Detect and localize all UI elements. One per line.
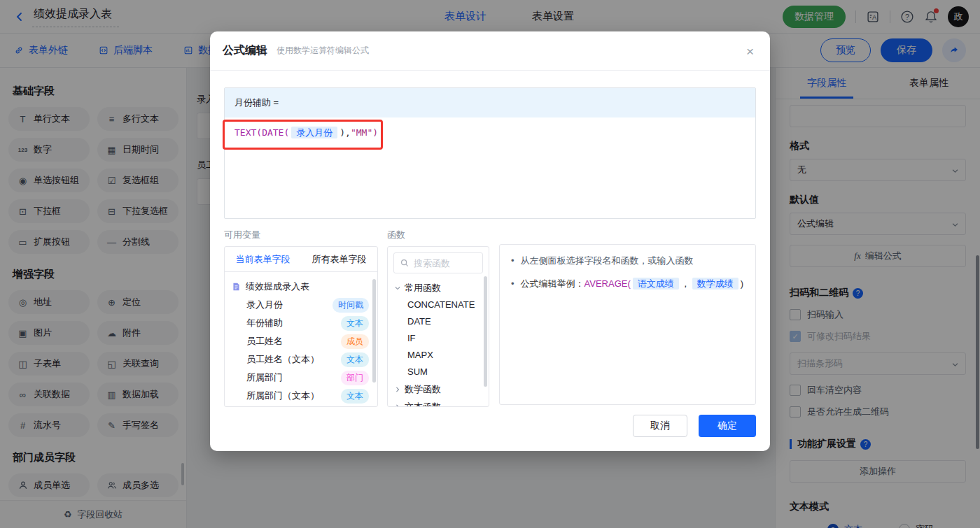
variable-root-row[interactable]: 绩效提成录入表 [225,278,377,296]
field-chip[interactable]: 数学成绩 [692,278,738,290]
field-chip[interactable]: 录入月份 [291,127,337,138]
variables-label: 可用变量 [224,229,378,241]
formula-token: "MM") [351,127,378,138]
variable-name: 年份辅助 [246,317,283,329]
formula-token: ), [340,127,351,138]
variable-name: 录入月份 [246,299,283,311]
function-group-label: 文本函数 [405,401,441,408]
variable-type-badge: 文本 [341,316,369,331]
help-panel: • 从左侧面板选择字段名和函数，或输入函数 • 公式编辑举例：AVERAGE(语… [499,244,756,405]
function-item[interactable]: MAPX [388,347,489,364]
variable-row[interactable]: 年份辅助文本 [225,314,377,332]
chevron-right-icon [394,386,401,393]
function-group[interactable]: 数学函数 [388,380,489,398]
formula-box: 月份辅助 = TEXT(DATE(录入月份),"MM") [224,87,756,219]
variable-name: 员工姓名 [246,335,283,348]
variable-row[interactable]: 所属部门（文本）文本 [225,387,377,405]
cancel-button[interactable]: 取消 [633,415,687,437]
variable-type-badge: 成员 [341,334,369,349]
variable-type-badge: 文本 [341,352,369,367]
variable-root-label: 绩效提成录入表 [246,280,309,293]
help-spacer [499,229,756,239]
formula-token: ) [741,278,743,289]
modal-subtitle: 使用数学运算符编辑公式 [276,45,369,57]
search-icon [400,258,410,268]
function-group[interactable]: 常用函数 [388,279,489,297]
variables-tab-current[interactable]: 当前表单字段 [225,247,301,271]
help-line-2: • 公式编辑举例：AVERAGE(语文成绩，数学成绩) [511,277,744,291]
close-icon[interactable]: × [746,45,754,58]
variable-type-badge: 文本 [341,389,369,404]
variable-row[interactable]: 员工姓名成员 [225,332,377,350]
function-search [393,252,483,273]
function-search-input[interactable] [414,258,477,269]
confirm-button[interactable]: 确定 [699,415,756,437]
functions-panel: 常用函数CONCATENATEDATEIFMAPXSUM数学函数文本函数 [387,246,489,407]
bullet: • [511,277,514,291]
variable-name: 所属部门 [246,371,283,384]
function-item[interactable]: CONCATENATE [388,297,489,313]
bullet: • [511,254,514,268]
chevron-right-icon [394,404,401,408]
field-chip[interactable]: 语文成绩 [633,278,679,290]
variables-panel: 当前表单字段所有表单字段 绩效提成录入表录入月份时间戳年份辅助文本员工姓名成员员… [224,246,378,407]
variable-type-badge: 部门 [341,371,369,385]
formula-editor-area[interactable]: TEXT(DATE(录入月份),"MM") [225,117,755,218]
function-item[interactable]: IF [388,330,489,347]
variables-tab-all[interactable]: 所有表单字段 [301,247,377,271]
function-item[interactable]: SUM [388,364,489,380]
formula-editor-modal: 公式编辑 使用数学运算符编辑公式 × 月份辅助 = TEXT(DATE(录入月份… [210,31,770,451]
variable-row[interactable]: 录入月份时间戳 [225,296,377,314]
functions-scrollbar[interactable] [484,276,487,387]
function-group[interactable]: 文本函数 [388,398,489,407]
variable-row[interactable]: 员工姓名（文本）文本 [225,350,377,369]
page-scrollbar[interactable] [976,255,979,449]
variable-row[interactable]: 所属部门部门 [225,369,377,387]
variables-scrollbar[interactable] [372,279,376,383]
formula-target: 月份辅助 = [225,88,755,117]
formula-token: TEXT(DATE( [234,127,289,138]
functions-label: 函数 [387,229,489,241]
formula-token: 公式编辑举例： [521,278,584,289]
function-group-label: 数学函数 [405,383,441,396]
function-group-label: 常用函数 [405,282,441,294]
help-line-1: • 从左侧面板选择字段名和函数，或输入函数 [511,254,744,268]
formula-token: ， [681,278,690,289]
chevron-down-icon [394,285,401,292]
form-file-icon [232,282,241,292]
modal-title: 公式编辑 [223,43,267,58]
variable-type-badge: 时间戳 [332,298,369,313]
variable-name: 员工姓名（文本） [246,353,319,366]
formula-token: AVERAGE( [584,278,631,289]
function-item[interactable]: DATE [388,313,489,330]
variable-name: 所属部门（文本） [246,390,319,402]
modal-header: 公式编辑 使用数学运算符编辑公式 [210,31,770,71]
